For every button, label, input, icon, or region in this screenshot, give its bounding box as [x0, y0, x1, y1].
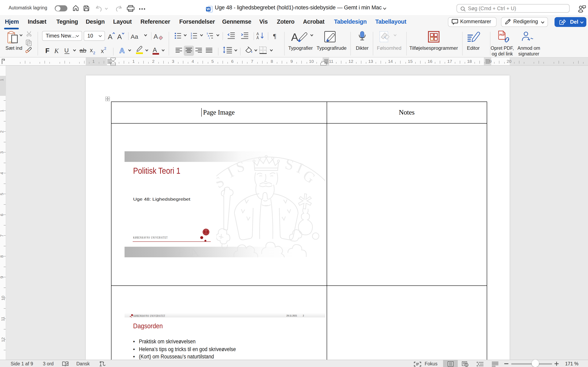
svg-text:F: F	[45, 47, 49, 54]
svg-text:A: A	[120, 47, 125, 54]
svg-text:2: 2	[191, 34, 192, 37]
svg-text:Aa: Aa	[131, 33, 138, 40]
svg-text:A: A	[256, 32, 259, 36]
svg-text:A: A	[154, 33, 158, 40]
svg-text:W: W	[207, 7, 210, 11]
svg-text:Å: Å	[256, 36, 259, 40]
svg-text:x: x	[101, 48, 104, 54]
svg-text:A: A	[117, 33, 122, 41]
svg-text:1: 1	[207, 32, 208, 35]
svg-text:¶: ¶	[273, 33, 276, 40]
svg-text:2: 2	[104, 46, 106, 50]
svg-text:A: A	[153, 47, 157, 54]
svg-text:a: a	[208, 34, 209, 37]
svg-text:i: i	[209, 37, 210, 39]
svg-text:A: A	[291, 31, 298, 43]
svg-text:3: 3	[191, 37, 192, 39]
svg-text:A: A	[108, 33, 112, 41]
svg-text:PDF: PDF	[499, 33, 505, 36]
svg-text:G: G	[300, 167, 318, 187]
svg-text:1: 1	[191, 32, 192, 35]
svg-text:2: 2	[93, 51, 95, 55]
svg-text:U: U	[64, 47, 69, 54]
svg-text:x: x	[90, 47, 93, 53]
svg-text:K: K	[54, 47, 59, 54]
svg-text:I: I	[224, 164, 236, 181]
